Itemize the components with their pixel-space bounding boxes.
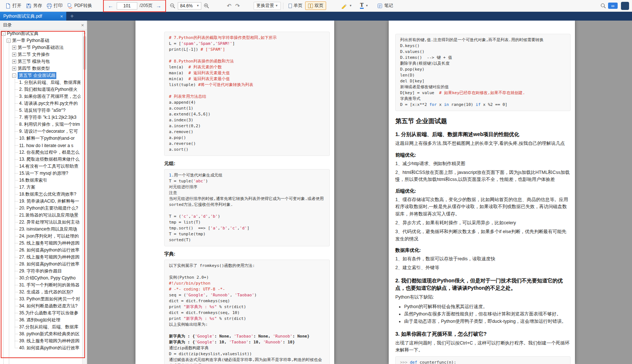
doc-paragraph: 1、如有条件，数据可以存放于redis，读取速度快 <box>395 256 571 263</box>
next-page-button[interactable]: → <box>155 3 162 9</box>
toc-question-item[interactable]: 4. 请谈谈.pyc文件和.py文件的 <box>0 100 82 107</box>
sidebar-close-icon[interactable]: × <box>81 22 84 28</box>
toc-question-item[interactable]: 12. 你在爬虫过程中，都是怎么 <box>0 149 82 156</box>
toc-question-item[interactable]: 32. 生成器，迭代器的区别? <box>0 289 82 296</box>
sidebar-scrollbar[interactable]: ▲ <box>82 30 87 364</box>
zoom-level-select[interactable]: 84.6% ▼ <box>178 2 201 10</box>
toc-question-item[interactable]: 5. 请反转字符串 "aStr"? <box>0 107 82 114</box>
toc-node[interactable]: -Python面试宝典 <box>0 30 82 37</box>
collapse-box-icon[interactable]: - <box>7 39 11 43</box>
toc-question-item[interactable]: 8. 利用切片操作，实现一个trim <box>0 121 82 128</box>
toc-label: 2. 我们都知道现在Python很火 <box>19 86 78 93</box>
sidebar: 目录 × -Python面试宝典-第一章 Python基础+第一节 Python… <box>0 21 87 364</box>
sidebar-header: 目录 × <box>0 21 87 30</box>
document-viewport[interactable]: # 7.Python的列表的截取与字符串操作类型相同,如下所示L = ['spa… <box>88 21 632 364</box>
toc-question-item[interactable]: 16.数据库索引 <box>0 177 82 184</box>
change-background-button[interactable]: 更换背景 ▼ <box>254 2 281 10</box>
toc-node[interactable]: -第五节 企业面试题 <box>0 72 82 79</box>
toc-question-item[interactable]: 3. 如果你困在了死循环里，怎么 <box>0 93 82 100</box>
toc-question-item[interactable]: 29. 字符串的操作题目 <box>0 268 82 275</box>
toolbar-edge-icon[interactable] <box>621 2 629 10</box>
scrollbar-thumb[interactable] <box>83 36 86 70</box>
tab-close-icon[interactable]: × <box>60 14 63 19</box>
expand-box-icon[interactable]: + <box>12 67 16 71</box>
toc-label: 19. 简单谈谈ACID, 并解释每一 <box>19 198 79 204</box>
toc-question-item[interactable]: 38. python新式类和经典类的区 <box>0 331 82 338</box>
search-icon[interactable] <box>600 3 606 9</box>
toc-question-item[interactable]: 30.介绍Cython, Pypy Cpytho <box>0 275 82 282</box>
toc-label: 22. 异常处理写法以及如何主动 <box>19 219 80 225</box>
toc-question-item[interactable]: 11. how do I iterate over a s <box>0 142 82 149</box>
toc-question-item[interactable]: 7. 将字符串 "k:1 |k1:2|k2:3|k3 <box>0 114 82 121</box>
toc-question-item[interactable]: 25. 线上服务可能因为种种原因 <box>0 240 82 247</box>
pdf-convert-button[interactable]: PDF转换 <box>65 1 94 10</box>
page-navigation: ← /205页 → <box>107 2 162 10</box>
double-page-mode-button[interactable]: 双页 <box>305 1 326 10</box>
toc-question-item[interactable]: 1. 分别从前端、后端、数据库阐 <box>0 79 82 86</box>
chevron-down-icon: ▼ <box>275 4 278 7</box>
toc-question-item[interactable]: 22. 异常处理写法以及如何主动 <box>0 219 82 226</box>
toc-label: 17. 方案 <box>19 184 35 190</box>
tab-python-pdf[interactable]: Python面试宝典.pdf × <box>0 12 66 21</box>
toc-label: 31. 手写一个判断时间的装饰器 <box>19 282 80 288</box>
prev-page-button[interactable]: ← <box>107 3 114 9</box>
toc-question-item[interactable]: 9. 请设计一个decorator，它可 <box>0 128 82 135</box>
doc-heading: 2. 我们都知道现在Python很火，但是对于一门技术我们不光要知道它的优点，也… <box>395 277 571 292</box>
page-number-input[interactable] <box>117 2 137 10</box>
expand-box-icon[interactable]: + <box>12 46 16 50</box>
toc-node[interactable]: +第一节 Python基础语法 <box>0 44 82 51</box>
expand-box-icon[interactable]: + <box>12 53 16 57</box>
toc-node[interactable]: +第四节 数据类型 <box>0 65 82 72</box>
notes-button[interactable]: 笔记 <box>375 1 395 10</box>
toc-label: 18.数据库怎么优化查询效率? <box>19 191 76 197</box>
toc-question-item[interactable]: 15.说一下 mysql 的原理? <box>0 170 82 177</box>
collapse-box-icon[interactable]: - <box>1 32 6 36</box>
toc-question-item[interactable]: 37.分别从前端、后端、数据库 <box>0 324 82 331</box>
toc-node[interactable]: -第一章 Python基础 <box>0 37 82 44</box>
toc-question-item[interactable]: 14.有没有一个工具可以帮助查 <box>0 163 82 170</box>
notes-icon <box>377 3 383 9</box>
print-button[interactable]: 打印 <box>44 1 65 10</box>
scroll-up-icon[interactable]: ▲ <box>82 30 87 34</box>
highlighter-button[interactable]: ▼ <box>339 2 354 10</box>
toc-question-item[interactable]: 20. Python的主要功能是什么? <box>0 205 82 212</box>
toc-question-item[interactable]: 34. 如何判断是函数还是方法? <box>0 303 82 310</box>
toc-question-item[interactable]: 17. 方案 <box>0 184 82 191</box>
text-tool-button[interactable]: T ▼ <box>358 2 370 10</box>
toc-label: 23. isinstance作用以及应用场 <box>19 226 77 232</box>
single-page-mode-button[interactable]: 单页 <box>286 1 305 10</box>
save-label: 另存 <box>33 3 42 9</box>
toc-question-item[interactable]: 27. 线上服务可能因为种种原因 <box>0 254 82 261</box>
zoom-in-icon[interactable] <box>204 3 209 9</box>
toc-question-item[interactable]: 26. 如何提高python的运行效率 <box>0 247 82 254</box>
toc-question-item[interactable]: 10. 解释一下python的and-or <box>0 135 82 142</box>
toc-question-item[interactable]: 21.装饰器的写法以及应用场景 <box>0 212 82 219</box>
reader-mode-icon[interactable]: ∞ <box>608 3 618 9</box>
collapse-box-icon[interactable]: - <box>12 74 16 78</box>
toc-question-item[interactable]: 28. 如何提高python的运行效率 <box>0 261 82 268</box>
toc-node[interactable]: +第二节 文件操作 <box>0 51 82 58</box>
toc-question-item[interactable]: 39. 线上服务可能因为种种原因 <box>0 338 82 345</box>
zoom-out-icon[interactable] <box>170 3 176 9</box>
toc-label: 20. Python的主要功能是什么? <box>19 205 78 211</box>
toc-question-item[interactable]: 13. 爬取这些数据都用来做什么 <box>0 156 82 163</box>
undo-button[interactable]: ↶ <box>225 3 233 9</box>
toc-question-item[interactable]: 31. 手写一个判断时间的装饰器 <box>0 282 82 289</box>
toc-question-item[interactable]: 35.为什么函数名字可以当做参 <box>0 310 82 317</box>
save-as-button[interactable]: 另存 <box>24 1 44 10</box>
expand-box-icon[interactable]: + <box>12 60 16 64</box>
toc-question-item[interactable]: 24. json序列化时，可以处理的 <box>0 233 82 240</box>
toc-question-item[interactable]: 33. Python里面如何拷贝一个对 <box>0 296 82 303</box>
open-button[interactable]: 打开 <box>3 1 24 10</box>
toc-question-item[interactable]: 18.数据库怎么优化查询效率? <box>0 191 82 198</box>
notes-label: 笔记 <box>384 3 393 9</box>
doc-paragraph: 这题目网上有很多方法,我不想截图网上的长串文字,看的头疼,按我自己的理解说几点 <box>395 140 571 147</box>
toc-node[interactable]: +第三节 模块与包 <box>0 58 82 65</box>
toc-question-item[interactable]: 40. 如何提高python的运行效率 <box>0 345 82 351</box>
redo-button[interactable]: ↷ <box>233 3 242 9</box>
toc-question-item[interactable]: 23. isinstance作用以及应用场 <box>0 226 82 233</box>
new-tab-button[interactable]: + <box>66 12 78 21</box>
toc-question-item[interactable]: 36. 遇到bug如何处理 <box>0 317 82 324</box>
toc-question-item[interactable]: 2. 我们都知道现在Python很火 <box>0 86 82 93</box>
toc-question-item[interactable]: 19. 简单谈谈ACID, 并解释每一 <box>0 198 82 205</box>
